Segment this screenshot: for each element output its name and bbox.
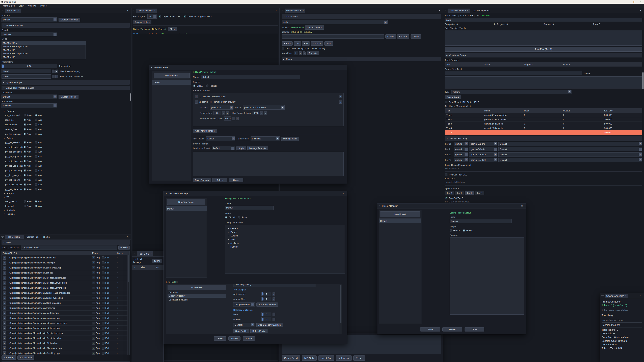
track-type-select[interactable]: feature — [452, 90, 572, 94]
ask-radio[interactable] — [35, 146, 37, 148]
full-checkbox[interactable] — [102, 342, 104, 345]
composer-button[interactable]: MD Only — [302, 356, 316, 361]
category-runtime[interactable]: ▼Runtime — [2, 212, 130, 216]
auto-radio[interactable] — [24, 150, 26, 153]
model-list-item[interactable]: MiniMax-M2.1-highspeed — [2, 52, 86, 55]
agg-checkbox[interactable] — [92, 332, 95, 335]
save-preset-button[interactable]: Save — [420, 327, 440, 332]
file-row[interactable]: x C:/projects/gencpp/base/components/ast… — [2, 321, 130, 326]
panel-close-icon[interactable]: ✕ — [437, 9, 442, 12]
menu-project[interactable]: Project — [39, 4, 49, 7]
pm-maxout-plus-button[interactable]: + — [264, 111, 267, 115]
active-presets-section[interactable]: ▼ Active Tool Presets & Biases — [2, 86, 130, 90]
remove-file-button[interactable]: x — [3, 256, 6, 260]
composer-button[interactable]: Gen + Send — [282, 356, 300, 361]
ask-radio[interactable] — [35, 174, 37, 176]
auto-radio[interactable] — [24, 155, 26, 158]
file-row[interactable]: x C:/projects/gencpp/base/dependencies/d… — [2, 341, 130, 346]
remove-file-button[interactable]: x — [3, 296, 6, 300]
category-item[interactable]: ▶Web — [226, 238, 344, 241]
history-limit-input[interactable]: 900000 — [2, 74, 51, 79]
tab-context-hub[interactable]: Context Hub — [25, 235, 40, 239]
pe-bias-select[interactable]: Balanced — [250, 136, 280, 141]
tier-provider-select[interactable]: gemini — [454, 147, 468, 151]
load-from-preset-select[interactable]: Default — [212, 146, 235, 150]
keep-pairs-plus-button[interactable]: + — [303, 51, 306, 55]
auto-add-checkbox[interactable] — [282, 47, 284, 50]
file-row[interactable]: x C:/projects/gencpp/base/dependencies/f… — [2, 346, 130, 351]
pm-name-input[interactable]: Default — [450, 219, 512, 223]
save-profile-button[interactable]: Save Profile — [233, 329, 249, 333]
history-limit-plus-button[interactable]: + — [55, 75, 58, 78]
full-checkbox[interactable] — [102, 302, 104, 304]
agg-checkbox[interactable] — [92, 277, 95, 279]
basedir-input[interactable]: C:/projects/gencpp — [21, 246, 117, 250]
bias-profile-item[interactable]: Balanced — [168, 290, 226, 294]
add-preferred-model-button[interactable]: Add Preferred Model — [193, 129, 217, 133]
browse-button[interactable]: Browse — [118, 246, 130, 250]
panel-close-icon[interactable]: ✕ — [126, 9, 130, 12]
tool-preset-select[interactable]: Default — [2, 94, 57, 99]
ask-radio[interactable] — [35, 128, 37, 131]
file-row[interactable]: x C:/projects/gencpp/base/components/typ… — [2, 305, 130, 310]
agg-checkbox[interactable] — [92, 327, 95, 330]
auto-radio[interactable] — [24, 178, 26, 181]
category-item[interactable]: ▶Surgical — [226, 234, 344, 238]
preset-manager-titlebar[interactable]: ▼ Preset Manager ✕ — [377, 203, 526, 209]
agg-checkbox[interactable] — [92, 297, 95, 299]
file-row[interactable]: x C:/projects/gencpp/base/components/int… — [2, 280, 130, 285]
tab-close-icon[interactable]: × — [21, 236, 22, 238]
slider-thumb[interactable] — [2, 64, 4, 68]
delete-discussion-button[interactable]: Delete — [410, 34, 421, 38]
multiplier-slider[interactable]: 1.5x — [262, 312, 271, 316]
category-item[interactable]: ▶General — [226, 226, 344, 230]
auto-radio[interactable] — [24, 146, 26, 148]
pm-hist-minus-button[interactable]: - — [232, 117, 235, 120]
tool-preset-manager-titlebar[interactable]: ▼ Tool Preset Manager ✕ — [164, 191, 347, 196]
tier-preset-select[interactable]: Default — [498, 147, 642, 151]
agg-checkbox[interactable] — [92, 352, 95, 355]
tier-model-config-section[interactable]: ▼ Tier Model Config — [445, 136, 642, 141]
manage-tools-button[interactable]: Manage Tools — [281, 137, 299, 141]
remove-file-button[interactable]: x — [3, 316, 6, 320]
create-discussion-button[interactable]: Create — [386, 34, 396, 38]
agg-checkbox[interactable] — [92, 337, 95, 340]
auto-radio[interactable] — [24, 169, 26, 172]
full-checkbox[interactable] — [102, 332, 104, 335]
remove-file-button[interactable]: x — [3, 276, 6, 280]
screenshots-section[interactable]: ▶ Screenshots — [2, 361, 130, 362]
pm-temp-plus-button[interactable]: + — [226, 111, 229, 115]
pm-hist-input[interactable]: 900000 — [224, 116, 231, 121]
tier-preset-select[interactable]: Default — [498, 142, 642, 146]
pop-usage-checkbox[interactable] — [184, 15, 186, 18]
add-tool-override-button[interactable]: Add Tool Override — [256, 303, 278, 307]
remove-file-button[interactable]: x — [3, 286, 6, 290]
tab-close-icon[interactable]: × — [154, 9, 156, 12]
panel-close-icon[interactable]: ✕ — [638, 9, 643, 12]
category-surgical[interactable]: ▼Surgical — [2, 192, 130, 195]
file-row[interactable]: x C:/projects/gencpp/base/components/sta… — [2, 300, 130, 305]
apply-prompt-button[interactable]: Apply — [236, 146, 246, 150]
remove-file-button[interactable]: x — [3, 331, 6, 335]
agg-checkbox[interactable] — [92, 261, 95, 264]
file-row[interactable]: x C:/projects/gencpp/base/components/par… — [2, 295, 130, 300]
ask-radio[interactable] — [35, 118, 37, 121]
full-checkbox[interactable] — [102, 337, 104, 340]
ask-radio[interactable] — [35, 200, 37, 203]
tab-discussion-hub[interactable]: Discussion Hub× — [284, 8, 306, 13]
persona-select[interactable]: Default — [2, 17, 57, 22]
save-persona-button[interactable]: Save Persona — [193, 178, 211, 182]
update-commit-button[interactable]: Update Commit — [305, 25, 324, 30]
remove-file-button[interactable]: x — [3, 301, 6, 305]
delete-profile-button[interactable]: Delete Profile — [250, 329, 268, 333]
ask-radio[interactable] — [35, 114, 37, 116]
auto-radio[interactable] — [24, 205, 26, 207]
model-list-item[interactable]: MiniMax-M2.5-highspeed — [2, 45, 86, 48]
auto-radio[interactable] — [24, 123, 26, 126]
agg-checkbox[interactable] — [92, 267, 95, 269]
file-row[interactable]: x C:/projects/gencpp/base/components/int… — [2, 285, 130, 290]
create-track-button[interactable]: Create Track — [445, 95, 461, 99]
menu-windows[interactable]: Windows — [26, 4, 38, 7]
close-icon[interactable]: ✕ — [640, 1, 641, 3]
ask-radio[interactable] — [35, 164, 37, 167]
